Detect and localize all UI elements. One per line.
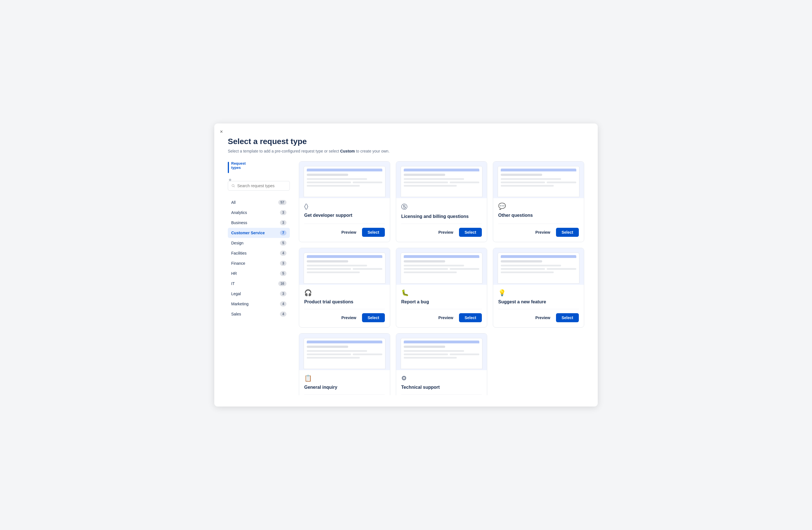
nav-badge: 5 (280, 271, 287, 276)
select-button[interactable]: Select (459, 313, 482, 322)
nav-item-hr[interactable]: HR 5 (228, 268, 290, 279)
preview-button[interactable]: Preview (338, 229, 359, 236)
form-icon: 📋 (304, 375, 385, 382)
nav-item-label: Finance (231, 261, 245, 266)
card-actions: Preview Select (401, 394, 482, 395)
card-title: Get developer support (304, 213, 385, 222)
mock-bar (307, 174, 348, 176)
mock-line (404, 357, 457, 358)
card-body: Ⓢ Licensing and billing questions Previe… (396, 198, 487, 242)
nav-item-legal[interactable]: Legal 3 (228, 289, 290, 299)
nav-item-label: Analytics (231, 210, 247, 215)
sidebar-label-types: types (231, 165, 246, 170)
nav-item-analytics[interactable]: Analytics 3 (228, 207, 290, 218)
search-input[interactable] (237, 183, 286, 188)
nav-badge: 3 (280, 261, 287, 266)
cards-grid: 〈〉 Get developer support Preview Select (299, 161, 584, 395)
mock-line-row (307, 181, 382, 183)
sidebar-label-group: Request types (231, 161, 246, 170)
developer-icon: 〈〉 (304, 203, 385, 210)
nav-badge: 3 (280, 210, 287, 215)
feature-icon: 💡 (498, 289, 579, 297)
select-button[interactable]: Select (556, 228, 579, 237)
nav-item-label: Customer Service (231, 231, 265, 235)
nav-item-it[interactable]: IT 16 (228, 279, 290, 289)
card-body: 🐛 Report a bug Preview Select (396, 285, 487, 327)
mock-bar (307, 260, 348, 263)
card-actions: Preview Select (304, 223, 385, 237)
mock-line-row (307, 268, 382, 270)
nav-item-facilities[interactable]: Facilities 4 (228, 248, 290, 258)
mock-bar (501, 174, 542, 176)
mock-browser (498, 166, 579, 197)
nav-item-marketing[interactable]: Marketing 4 (228, 299, 290, 309)
nav-item-business[interactable]: Business 3 (228, 218, 290, 228)
mock-bar (404, 260, 445, 263)
card-preview (396, 248, 487, 285)
nav-badge: 7 (280, 230, 287, 235)
nav-item-label: Legal (231, 292, 241, 296)
mock-header (307, 341, 382, 343)
mock-line (307, 268, 351, 270)
bug-icon: 🐛 (401, 289, 482, 297)
mock-line (307, 357, 360, 358)
select-button[interactable]: Select (362, 228, 385, 237)
mock-browser (401, 338, 482, 369)
mock-bar (501, 260, 542, 263)
search-box[interactable] (228, 181, 290, 191)
preview-button[interactable]: Preview (533, 314, 553, 322)
close-button[interactable]: × (220, 129, 223, 134)
card-1: Ⓢ Licensing and billing questions Previe… (396, 161, 487, 242)
mock-line (353, 268, 382, 270)
nav-item-finance[interactable]: Finance 3 (228, 258, 290, 268)
card-preview (299, 334, 390, 370)
mock-line (404, 265, 464, 266)
mock-line (450, 268, 479, 270)
billing-icon: Ⓢ (401, 203, 482, 211)
card-title: Other questions (498, 213, 579, 222)
nav-item-sales[interactable]: Sales 4 (228, 309, 290, 319)
select-button[interactable]: Select (459, 228, 482, 237)
nav-item-label: Marketing (231, 301, 248, 306)
mock-line (307, 350, 367, 352)
preview-button[interactable]: Preview (533, 229, 553, 236)
mock-browser (498, 253, 579, 284)
select-button[interactable]: Select (362, 313, 385, 322)
mock-header (404, 255, 479, 258)
card-0: 〈〉 Get developer support Preview Select (299, 161, 390, 242)
sidebar-top: Request types (228, 161, 290, 173)
nav-section: All 57Analytics 3Business 3Customer Serv… (228, 197, 290, 319)
card-preview (493, 162, 584, 198)
card-5: 💡 Suggest a new feature Preview Select (493, 248, 584, 328)
mock-line (307, 354, 351, 355)
mock-line (353, 181, 382, 183)
mock-line (404, 181, 448, 183)
card-6: 📋 General inquiry Preview Select (299, 333, 390, 395)
preview-button[interactable]: Preview (436, 314, 456, 322)
card-body: 💬 Other questions Preview Select (493, 198, 584, 242)
sidebar: Request types All 57Analytics 3Business (228, 161, 290, 395)
nav-item-label: Sales (231, 312, 241, 316)
page-title: Select a request type (228, 137, 584, 146)
preview-button[interactable]: Preview (436, 229, 456, 236)
cards-area: 〈〉 Get developer support Preview Select (299, 161, 584, 395)
nav-item-customer-service[interactable]: Customer Service 7 (228, 228, 290, 238)
nav-item-label: Design (231, 241, 244, 245)
modal-subtitle: Select a template to add a pre-configure… (228, 149, 584, 153)
mock-line (404, 350, 464, 352)
mock-line (501, 181, 545, 183)
card-actions: Preview Select (498, 309, 579, 322)
nav-item-label: HR (231, 271, 237, 276)
nav-item-design[interactable]: Design 5 (228, 238, 290, 248)
mock-line (501, 178, 561, 180)
mock-line-row (307, 354, 382, 355)
preview-button[interactable]: Preview (338, 314, 359, 322)
nav-badge: 3 (280, 291, 287, 296)
card-title: General inquiry (304, 385, 385, 394)
mock-line (547, 268, 576, 270)
mock-line (307, 181, 351, 183)
nav-item-all[interactable]: All 57 (228, 197, 290, 207)
select-button[interactable]: Select (556, 313, 579, 322)
mock-bar (404, 174, 445, 176)
mock-header (307, 168, 382, 172)
